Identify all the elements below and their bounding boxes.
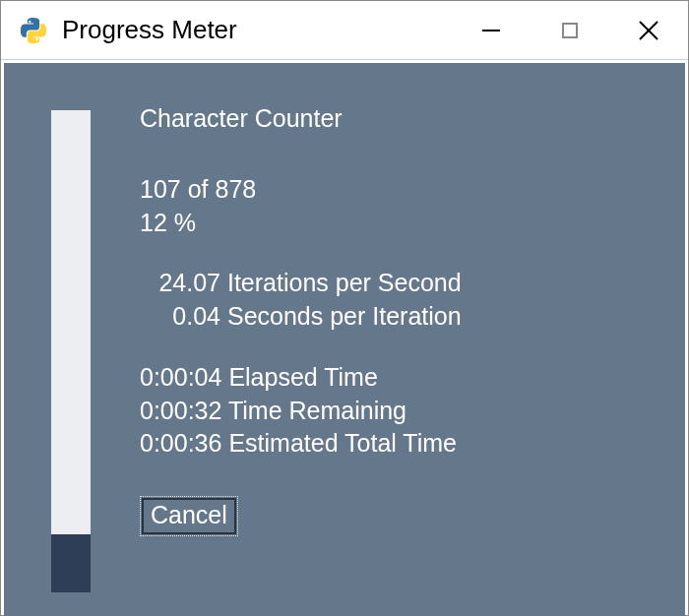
remaining-label: Time Remaining — [228, 397, 407, 424]
progress-title: Character Counter — [140, 102, 462, 136]
progress-percent-line: 12 % — [140, 207, 462, 240]
ips-value: 24.07 — [150, 267, 220, 300]
client-area: Character Counter 107 of 878 12 % 24.07 … — [4, 63, 685, 616]
progress-content: Character Counter 107 of 878 12 % 24.07 … — [140, 102, 462, 592]
ips-line: 24.07 Iterations per Second — [150, 267, 462, 300]
minimize-button[interactable] — [452, 1, 531, 60]
python-icon — [19, 16, 48, 45]
remaining-line: 0:00:32 Time Remaining — [140, 395, 462, 428]
rate-block: 24.07 Iterations per Second 0.04 Seconds… — [140, 267, 462, 334]
spi-line: 0.04 Seconds per Iteration — [150, 300, 462, 334]
ips-label: Iterations per Second — [227, 269, 462, 296]
progress-bar — [51, 110, 91, 592]
titlebar: Progress Meter — [1, 1, 688, 60]
total-label: Estimated Total Time — [228, 429, 457, 457]
elapsed-label: Elapsed Time — [228, 363, 377, 391]
remaining-value: 0:00:32 — [140, 397, 221, 424]
window-title: Progress Meter — [62, 15, 452, 45]
maximize-button[interactable] — [531, 1, 609, 60]
of-word: of — [188, 175, 209, 203]
total-value: 0:00:36 — [140, 429, 221, 457]
spi-value: 0.04 — [150, 300, 220, 334]
elapsed-line: 0:00:04 Elapsed Time — [140, 361, 462, 395]
svg-rect-1 — [563, 24, 577, 37]
close-button[interactable] — [609, 1, 688, 60]
progress-count-line: 107 of 878 — [140, 173, 462, 207]
time-block: 0:00:04 Elapsed Time 0:00:32 Time Remain… — [140, 361, 462, 461]
percent-value: 12 — [140, 209, 167, 236]
window-controls — [452, 1, 688, 59]
window: Progress Meter Character Counter 107 of — [0, 0, 689, 616]
percent-suffix: % — [174, 209, 196, 236]
elapsed-value: 0:00:04 — [140, 363, 221, 391]
progress-count-block: 107 of 878 12 % — [140, 173, 462, 240]
spi-label: Seconds per Iteration — [227, 302, 462, 330]
total-count: 878 — [215, 175, 256, 203]
current-count: 107 — [140, 175, 181, 203]
cancel-button[interactable]: Cancel — [140, 496, 238, 536]
total-line: 0:00:36 Estimated Total Time — [140, 427, 462, 461]
progress-bar-fill — [51, 534, 91, 592]
